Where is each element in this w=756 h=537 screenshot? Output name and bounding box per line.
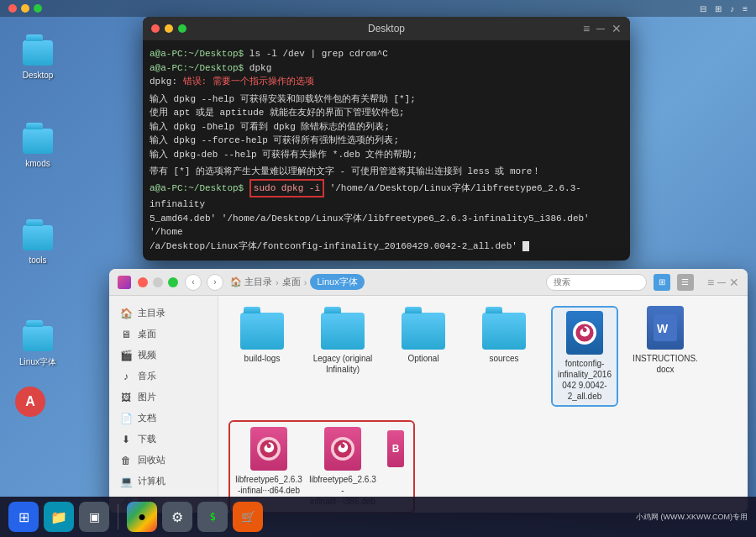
fm-forward-button[interactable]: › — [207, 274, 223, 291]
file-item-partial[interactable]: B — [383, 427, 408, 507]
fm-sidebar-music-label: 音乐 — [138, 370, 156, 382]
taskbar-start-button[interactable]: ⊞ — [8, 502, 39, 532]
fm-sidebar-music[interactable]: ♪ 音乐 — [109, 366, 218, 387]
partial-label: B — [392, 443, 400, 455]
folder-icon-legacy — [321, 306, 365, 350]
terminal-close-dot[interactable] — [151, 24, 160, 33]
terminal-sudo-cmd: sudo dpkg -i — [249, 179, 324, 198]
debian-logo-pink-2 — [331, 437, 354, 461]
taskbar-files-button[interactable]: 📁 — [44, 502, 74, 532]
terminal-help-2: 使用 apt 或是 aptitude 就能在友好的界面下管理软件包; — [150, 106, 623, 120]
terminal-body: a@a-PC:~/Desktop$ ls -l /dev | grep cdro… — [143, 40, 630, 260]
terminal-minimize-dot[interactable] — [165, 24, 173, 33]
file-item-build-logs[interactable]: build-logs — [228, 306, 296, 407]
terminal-minus-icon[interactable]: ─ — [596, 22, 605, 35]
file-label-optional: Optional — [407, 353, 438, 364]
fm-breadcrumb-desktop[interactable]: 桌面 — [282, 276, 301, 288]
terminal-help-5: 输入 dpkg-deb --help 可获得有关操作 *.deb 文件的帮助; — [150, 148, 623, 162]
linux-font-folder-icon[interactable]: Linux字体 — [13, 319, 63, 368]
fm-breadcrumb-current[interactable]: Linux字体 — [310, 274, 364, 290]
documents-icon: 📄 — [119, 413, 133, 424]
fm-minus-icon[interactable]: ─ — [717, 276, 726, 289]
file-item-sources[interactable]: sources — [470, 306, 538, 407]
user-avatar-container[interactable]: A — [15, 387, 45, 417]
taskbar-store-button[interactable]: 🛒 — [233, 502, 263, 532]
fm-app-icon — [118, 276, 131, 289]
fm-sidebar-desktop[interactable]: 🖥 桌面 — [109, 324, 218, 345]
taskbar-cmd-button[interactable]: $ — [197, 502, 228, 532]
taskbar-chrome-button[interactable]: ● — [127, 502, 157, 532]
fm-x-icon[interactable]: ✕ — [729, 276, 739, 289]
fm-sidebar-home[interactable]: 🏠 主目录 — [109, 303, 218, 324]
user-avatar: A — [15, 387, 45, 417]
partial-deb: B — [387, 430, 404, 467]
terminal-cmd-1: ls -l /dev | grep cdrom^C — [249, 49, 388, 59]
fm-sidebar-documents[interactable]: 📄 文档 — [109, 408, 218, 429]
fm-sidebar-video-label: 视频 — [138, 349, 156, 361]
maximize-dot[interactable] — [34, 4, 42, 13]
fm-sidebar-downloads[interactable]: ⬇ 下载 — [109, 429, 218, 450]
doc-icon-instructions: W — [643, 306, 687, 350]
filemanager-window: ‹ › 🏠 主目录 › 桌面 › Linux字体 ⊞ ☰ — [109, 269, 748, 513]
fm-sidebar-home-label: 主目录 — [138, 307, 165, 319]
folder-shape — [321, 313, 365, 350]
settings-icon: ⚙ — [171, 509, 183, 525]
fm-body: 🏠 主目录 🖥 桌面 🎬 视频 ♪ 音乐 🖼 图片 — [109, 296, 748, 513]
terminal-error-prefix: dpkg: — [150, 76, 183, 87]
fm-minimize-button[interactable] — [153, 277, 163, 287]
kmods-folder-icon[interactable]: kmods — [13, 122, 63, 168]
terminal-help-section: 输入 dpkg --help 可获得安装和卸载软件包的有关帮助 [*]; 使用 … — [150, 92, 623, 162]
folder-icon-sources — [482, 306, 526, 350]
fm-search-input[interactable] — [546, 274, 647, 291]
taskbar-separator-1 — [118, 504, 118, 529]
fm-maximize-button[interactable] — [168, 277, 178, 287]
file-item-fontconfig[interactable]: fontconfig-infinality_2016042 9.0042-2_a… — [551, 306, 618, 407]
fm-breadcrumb: 🏠 主目录 › 桌面 › Linux字体 — [230, 274, 365, 290]
fm-back-button[interactable]: ‹ — [185, 274, 202, 291]
terminal-menu-icon[interactable]: ≡ — [583, 22, 590, 35]
terminal-cmd-2: dpkg — [249, 63, 271, 73]
fm-sidebar-pictures[interactable]: 🖼 图片 — [109, 387, 218, 408]
pictures-icon: 🖼 — [119, 392, 133, 403]
fm-breadcrumb-home[interactable]: 🏠 主目录 — [230, 276, 272, 288]
file-item-instructions[interactable]: W INSTRUCTIONS.docx — [632, 306, 699, 407]
tools-folder-icon[interactable]: tools — [13, 218, 63, 265]
fm-sidebar: 🏠 主目录 🖥 桌面 🎬 视频 ♪ 音乐 🖼 图片 — [109, 296, 218, 513]
desktop-folder-icon[interactable]: Desktop — [13, 34, 63, 80]
topbar-menu-icon: ≡ — [743, 4, 748, 13]
file-item-libfreetype-i386[interactable]: libfreetype6_2.6.3-infinalit···i386.deb — [309, 427, 376, 507]
store-icon: 🛒 — [241, 510, 255, 524]
terminal-pipe-note: 带有 [*] 的选项将产生大量难以理解的文字 - 可使用管道将其输出连接到 le… — [150, 165, 623, 179]
fm-menu-icon[interactable]: ≡ — [707, 276, 714, 289]
minimize-dot[interactable] — [21, 4, 29, 13]
fm-breadcrumb-sep-1: › — [276, 277, 279, 287]
video-icon: 🎬 — [119, 350, 133, 361]
file-item-legacy[interactable]: Legacy (original Infinality) — [309, 306, 376, 407]
desktop-icon: 🖥 — [119, 329, 133, 340]
fm-grid-view-button[interactable]: ⊞ — [654, 274, 670, 291]
close-dot[interactable] — [8, 4, 17, 13]
terminal-close-icon[interactable]: ✕ — [612, 22, 622, 35]
file-label-build-logs: build-logs — [244, 353, 281, 364]
fm-controls: ⊞ ☰ ≡ ─ ✕ — [546, 274, 739, 291]
topbar-volume-icon: ♪ — [730, 4, 734, 13]
file-label-legacy: Legacy (original Infinality) — [309, 353, 376, 375]
file-label-fontconfig: fontconfig-infinality_2016042 9.0042-2_a… — [556, 358, 613, 402]
folder-shape — [482, 313, 526, 350]
file-item-optional[interactable]: Optional — [390, 306, 457, 407]
fm-sidebar-trash[interactable]: 🗑 回收站 — [109, 450, 218, 471]
file-item-libfreetype-amd64[interactable]: libfreetype6_2.6.3-infinal···d64.deb — [235, 427, 302, 507]
terminal-help-3: 输入 dpkg -Dhelp 可看到 dpkg 除错标志的值的列表; — [150, 120, 623, 134]
terminal-maximize-dot[interactable] — [178, 24, 186, 33]
fm-list-view-button[interactable]: ☰ — [677, 274, 694, 291]
taskbar-settings-button[interactable]: ⚙ — [162, 502, 192, 532]
fm-sidebar-video[interactable]: 🎬 视频 — [109, 345, 218, 366]
fm-close-button[interactable] — [138, 277, 148, 287]
deb-file-fontconfig — [566, 311, 603, 355]
fm-titlebar: ‹ › 🏠 主目录 › 桌面 › Linux字体 ⊞ ☰ — [109, 269, 748, 296]
fm-sidebar-computer[interactable]: 💻 计算机 — [109, 471, 218, 492]
deb-file-libfreetype-amd64 — [250, 427, 287, 471]
terminal-line-3: a@a-PC:~/Desktop$ sudo dpkg -i '/home/a/… — [150, 179, 623, 212]
music-icon: ♪ — [119, 371, 133, 382]
taskbar-terminal-button[interactable]: ▣ — [79, 502, 109, 532]
